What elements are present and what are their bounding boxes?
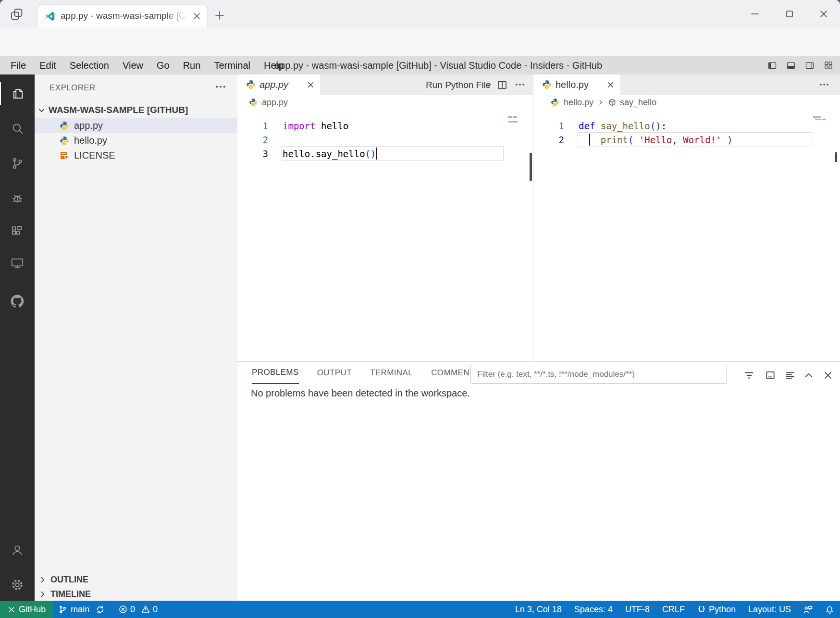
python-file-icon (542, 80, 552, 89)
python-file-icon (249, 98, 258, 107)
timeline-section-header[interactable]: TIMELINE (35, 587, 237, 601)
table-view-icon[interactable] (765, 370, 776, 381)
code-line: import hello (283, 119, 376, 133)
tab-terminal[interactable]: TERMINAL (370, 362, 413, 384)
toggle-sidebar-icon[interactable] (767, 61, 777, 70)
bottom-panel: PROBLEMS OUTPUT TERMINAL COMMENTS No pro… (237, 361, 840, 601)
editor1-tab[interactable]: app.py (237, 74, 320, 95)
maximize-panel-icon[interactable] (803, 370, 814, 381)
explorer-more-actions-icon[interactable] (215, 85, 226, 88)
browser-tab-strip: app.py - wasm-wasi-sample [Git (0, 0, 840, 27)
window-minimize-button[interactable] (748, 8, 762, 20)
file-name: LICENSE (74, 150, 115, 161)
browser-window: app.py - wasm-wasi-sample [Git (0, 0, 840, 618)
remote-explorer-icon[interactable] (0, 252, 35, 275)
tab-actions-icon[interactable] (10, 7, 24, 22)
window-close-button[interactable] (816, 8, 831, 20)
extensions-icon[interactable] (0, 221, 35, 244)
outline-section-header[interactable]: OUTLINE (35, 572, 237, 587)
browser-toolbar: https://insiders.vscode.dev/github/dbaeu… (0, 27, 840, 56)
menu-go[interactable]: Go (150, 56, 176, 74)
symbol-cube-icon (608, 98, 617, 107)
problems-filter-input[interactable] (470, 365, 727, 384)
run-dropdown-chevron-icon[interactable] (484, 81, 492, 89)
editor1-tab-bar: app.py Run Python File (237, 74, 533, 95)
encoding-button[interactable]: UTF-8 (625, 605, 650, 615)
code-line: hello.say_hello() (283, 147, 376, 161)
menu-run[interactable]: Run (176, 56, 208, 74)
source-control-icon[interactable] (0, 152, 35, 175)
menu-terminal[interactable]: Terminal (207, 56, 257, 74)
github-icon[interactable] (0, 290, 35, 313)
new-tab-button[interactable] (214, 10, 225, 21)
breadcrumb-file[interactable]: hello.py (564, 98, 593, 108)
browser-tab-title: app.py - wasm-wasi-sample [Git (61, 11, 187, 21)
branch-button[interactable]: main (71, 605, 89, 615)
window-maximize-button[interactable] (782, 8, 797, 20)
menu-selection[interactable]: Selection (63, 56, 116, 74)
sync-icon[interactable] (96, 606, 104, 614)
breadcrumb-file[interactable]: app.py (262, 98, 288, 108)
python-file-icon (60, 136, 69, 146)
editor2-tab[interactable]: hello.py (533, 74, 620, 95)
browser-tab[interactable]: app.py - wasm-wasi-sample [Git (37, 5, 207, 27)
accounts-icon[interactable] (0, 539, 35, 562)
vscode-menu-bar: File Edit Selection View Go Run Terminal… (0, 56, 840, 74)
tab-close-icon[interactable] (193, 12, 201, 20)
file-row-hello-py[interactable]: hello.py (35, 133, 237, 148)
remote-indicator-button[interactable]: GitHub (0, 601, 53, 618)
problems-status-button[interactable]: 0 0 (119, 605, 158, 615)
editor1-gutter: 1 2 3 (237, 119, 272, 161)
overview-ruler-mark (835, 152, 837, 162)
file-row-app-py[interactable]: app.py (35, 118, 237, 133)
run-python-file-button[interactable]: Run Python File (426, 74, 491, 95)
breadcrumb-symbol[interactable]: say_hello (620, 98, 656, 108)
run-debug-icon[interactable] (0, 187, 35, 210)
vscode-logo-icon (45, 11, 55, 22)
toggle-panel-icon[interactable] (786, 61, 796, 70)
workspace-section-header[interactable]: WASM-WASI-SAMPLE [GITHUB] (35, 102, 237, 118)
explorer-title: EXPLORER (49, 83, 96, 93)
text-cursor (376, 148, 377, 160)
indent-button[interactable]: Spaces: 4 (574, 605, 613, 615)
editor2-code[interactable]: def say_hello(): print( 'Hello, World!' … (579, 119, 732, 147)
remote-icon (7, 606, 15, 614)
close-panel-icon[interactable] (823, 370, 833, 381)
git-branch-icon (59, 606, 67, 614)
menu-view[interactable]: View (116, 56, 150, 74)
settings-gear-icon[interactable] (0, 573, 35, 596)
tab-output[interactable]: OUTPUT (317, 362, 352, 384)
tab-close-icon[interactable] (307, 81, 315, 89)
menu-file[interactable]: File (4, 56, 33, 74)
search-icon[interactable] (0, 117, 35, 140)
code-line: def say_hello(): (579, 119, 732, 133)
toggle-secondary-sidebar-icon[interactable] (805, 61, 815, 70)
license-file-icon (60, 151, 69, 161)
line-col-button[interactable]: Ln 3, Col 18 (515, 605, 562, 615)
problems-message: No problems have been detected in the wo… (251, 388, 470, 399)
customize-layout-icon[interactable] (824, 61, 833, 70)
explorer-sidebar: EXPLORER WASM-WASI-SAMPLE [GITHUB] app.p… (35, 74, 237, 601)
collapse-all-icon[interactable] (785, 370, 795, 381)
explorer-icon[interactable] (0, 82, 35, 105)
tab-label: hello.py (556, 74, 589, 95)
layout-button[interactable]: Layout: US (748, 605, 791, 615)
language-mode-button[interactable]: Python (697, 605, 736, 615)
tab-close-icon[interactable] (606, 81, 615, 89)
eol-button[interactable]: CRLF (662, 605, 685, 615)
feedback-icon[interactable] (803, 605, 813, 614)
filter-icon[interactable] (744, 370, 754, 381)
notifications-bell-icon[interactable] (825, 605, 834, 614)
file-row-license[interactable]: LICENSE (35, 148, 237, 163)
editor-group-divider[interactable] (533, 74, 533, 361)
tab-problems[interactable]: PROBLEMS (252, 362, 299, 384)
python-file-icon (551, 98, 559, 107)
menu-edit[interactable]: Edit (33, 56, 62, 74)
editor1-code[interactable]: import hello hello.say_hello() (283, 119, 376, 161)
file-name: hello.py (74, 135, 107, 146)
editor1-more-actions-icon[interactable] (515, 83, 525, 86)
code-line (283, 133, 376, 147)
editor2-more-actions-icon[interactable] (819, 83, 829, 86)
overview-ruler-mark (530, 153, 532, 181)
split-editor-icon[interactable] (497, 80, 507, 90)
